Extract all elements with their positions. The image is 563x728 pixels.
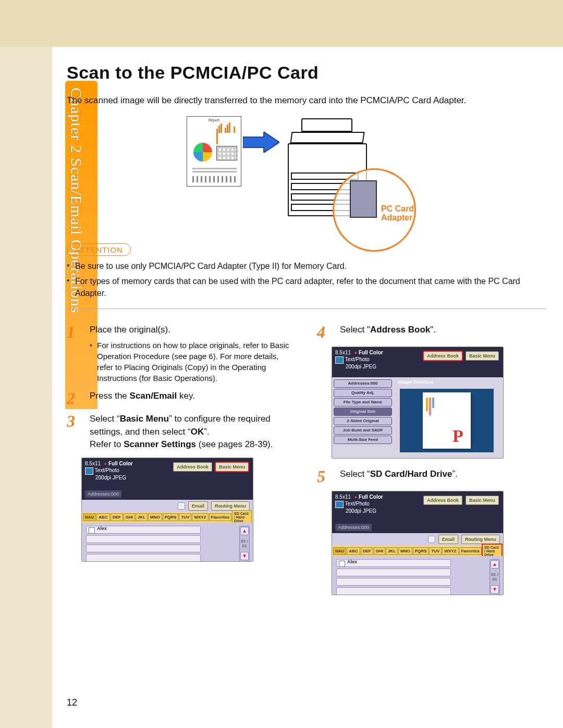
address-book-button[interactable]: Address Book xyxy=(173,462,212,472)
attention-bullet-2: For types of memory cards that can be us… xyxy=(67,275,546,299)
step-3: 3 Select “Basic Menu” to configure the r… xyxy=(67,413,296,451)
svg-marker-0 xyxy=(243,132,279,153)
scrollbar[interactable]: ▲ 01 / 01 ▼ xyxy=(489,559,500,595)
list-item[interactable] xyxy=(336,578,451,586)
step-2: 2 Press the Scan/Email key. xyxy=(67,390,296,406)
basic-menu-button[interactable]: Basic Menu xyxy=(215,462,249,472)
screenshot-sd-card: 8.5x11 ● Full Color Text/Photo 200dpi JP… xyxy=(332,491,504,595)
pie-icon xyxy=(193,143,212,162)
list-item[interactable] xyxy=(336,569,451,576)
hero-diagram: Report xyxy=(176,116,437,231)
routing-menu-button[interactable]: Routing Menu xyxy=(211,501,250,511)
address-book-button[interactable]: Address Book xyxy=(423,351,462,361)
address-book-button[interactable]: Address Book xyxy=(423,496,462,505)
content-area: Scan to the PCMCIA/PC Card The scanned i… xyxy=(67,63,546,604)
page-number: 12 xyxy=(67,697,77,708)
page: Chapter 2 Scan/Email Operations Scan to … xyxy=(0,0,563,728)
divider xyxy=(67,309,546,309)
scroll-down-icon: ▼ xyxy=(240,552,249,560)
address-list: Alex ▲ 01 / 01 ▼ xyxy=(332,556,503,595)
grid-icon xyxy=(216,146,237,161)
left-column: 1 Place the original(s). For instruction… xyxy=(67,324,296,604)
list-item[interactable]: Alex xyxy=(336,559,451,567)
intro-text: The scanned image will be directly trans… xyxy=(67,94,546,107)
screenshot-address-book: 8.5x11 ● Full Color Text/Photo 200dpi JP… xyxy=(332,347,504,459)
step-5: 5 Select “SD Card/Hard Drive”. xyxy=(317,468,546,485)
steps-columns: 1 Place the original(s). For instruction… xyxy=(67,324,546,604)
scroll-down-icon: ▼ xyxy=(491,585,499,594)
scroll-up-icon: ▲ xyxy=(240,527,249,535)
attention-label: ATTENTION xyxy=(67,243,131,256)
scrollbar[interactable]: ▲ 01 / 01 ▼ xyxy=(239,526,250,562)
preview-pane: P xyxy=(400,389,494,452)
step-1: 1 Place the original(s). For instruction… xyxy=(67,324,296,384)
side-buttons: Addresses:000 Quality Adj. File Type and… xyxy=(334,379,392,445)
scroll-up-icon: ▲ xyxy=(491,560,499,569)
screenshot-basic-menu: 8.5x11 ● Full Color Text/Photo 200dpi JP… xyxy=(81,458,253,562)
step-1-note: For instructions on how to place origina… xyxy=(90,340,296,384)
list-item[interactable] xyxy=(86,545,201,552)
attention-bullet-1: Be sure to use only PCMCIA/PC Card Adapt… xyxy=(67,260,546,272)
alpha-tabs: NAU ABC DEF GHI JKL MNO PQRS TUV WXYZ Fa… xyxy=(332,546,503,556)
pc-card-icon xyxy=(350,180,377,218)
right-column: 4 Select "Address Book". 8.5x11 ● Full C… xyxy=(317,324,546,604)
top-band xyxy=(0,0,563,47)
keyboard-icon[interactable] xyxy=(178,502,185,510)
image-direction-label: Image Direction xyxy=(398,379,434,385)
basic-menu-button[interactable]: Basic Menu xyxy=(466,351,499,361)
page-title: Scan to the PCMCIA/PC Card xyxy=(67,63,546,83)
email-button[interactable]: Email xyxy=(438,535,458,544)
step-4: 4 Select "Address Book". xyxy=(317,324,546,340)
email-button[interactable]: Email xyxy=(188,501,208,511)
document-icon: Report xyxy=(187,116,241,187)
routing-menu-button[interactable]: Routing Menu xyxy=(461,535,500,544)
attention-block: ATTENTION Be sure to use only PCMCIA/PC … xyxy=(67,243,546,300)
callout-circle: PC CardAdapter xyxy=(333,168,416,252)
arrow-icon xyxy=(243,132,279,153)
pc-card-label: PC CardAdapter xyxy=(381,204,414,223)
list-item[interactable] xyxy=(86,535,201,543)
list-item[interactable] xyxy=(336,587,451,595)
basic-menu-button[interactable]: Basic Menu xyxy=(466,496,499,505)
left-gutter xyxy=(0,47,52,728)
list-item[interactable]: Alex xyxy=(86,526,201,534)
alpha-tabs: NAU ABC DEF GHI JKL MNO PQRS TUV WXYZ Fa… xyxy=(82,512,253,523)
address-list: Alex ▲ 01 / 01 ▼ xyxy=(82,523,253,562)
list-item[interactable] xyxy=(86,554,201,562)
keyboard-icon[interactable] xyxy=(428,536,435,543)
